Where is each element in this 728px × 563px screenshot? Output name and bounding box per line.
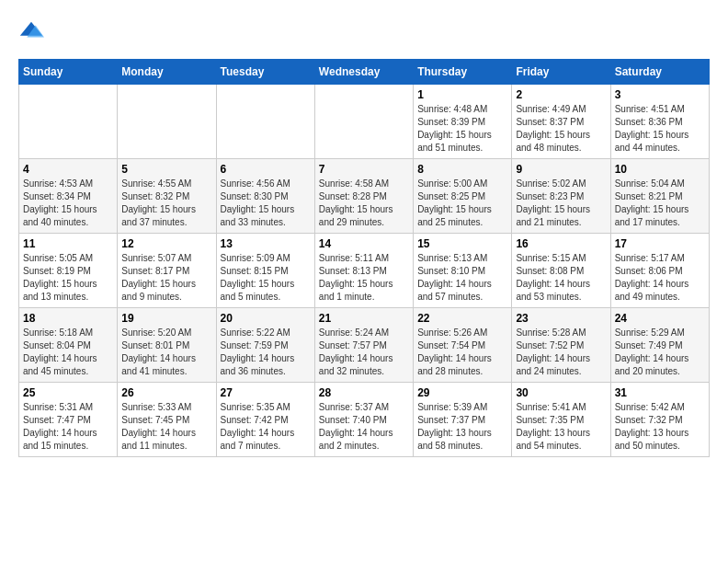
day-number: 31 <box>615 386 705 399</box>
day-number: 24 <box>615 312 705 325</box>
calendar-cell: 28Sunrise: 5:37 AMSunset: 7:40 PMDayligh… <box>314 383 413 457</box>
calendar-cell: 21Sunrise: 5:24 AMSunset: 7:57 PMDayligh… <box>314 308 413 383</box>
calendar-cell: 13Sunrise: 5:09 AMSunset: 8:15 PMDayligh… <box>216 234 314 308</box>
calendar-cell: 29Sunrise: 5:39 AMSunset: 7:37 PMDayligh… <box>414 383 512 457</box>
calendar-cell: 7Sunrise: 4:58 AMSunset: 8:28 PMDaylight… <box>314 159 413 234</box>
calendar-cell: 3Sunrise: 4:51 AMSunset: 8:36 PMDaylight… <box>610 85 709 159</box>
day-info: Sunrise: 4:48 AMSunset: 8:39 PMDaylight:… <box>417 103 507 155</box>
day-number: 30 <box>516 386 606 399</box>
day-info: Sunrise: 5:42 AMSunset: 7:32 PMDaylight:… <box>615 401 705 453</box>
day-number: 23 <box>516 312 606 325</box>
calendar-cell: 5Sunrise: 4:55 AMSunset: 8:32 PMDaylight… <box>118 159 216 234</box>
calendar-cell: 20Sunrise: 5:22 AMSunset: 7:59 PMDayligh… <box>216 308 314 383</box>
calendar-cell: 25Sunrise: 5:31 AMSunset: 7:47 PMDayligh… <box>19 383 118 457</box>
day-number: 18 <box>23 312 113 325</box>
day-number: 10 <box>615 163 705 176</box>
weekday-header: Tuesday <box>216 60 314 85</box>
calendar-cell: 17Sunrise: 5:17 AMSunset: 8:06 PMDayligh… <box>610 234 709 308</box>
calendar-cell: 8Sunrise: 5:00 AMSunset: 8:25 PMDaylight… <box>414 159 512 234</box>
day-info: Sunrise: 5:20 AMSunset: 8:01 PMDaylight:… <box>121 327 211 378</box>
day-number: 4 <box>23 163 113 176</box>
calendar-cell: 4Sunrise: 4:53 AMSunset: 8:34 PMDaylight… <box>19 159 118 234</box>
day-info: Sunrise: 5:41 AMSunset: 7:35 PMDaylight:… <box>516 401 606 453</box>
day-number: 29 <box>417 386 507 399</box>
day-number: 17 <box>615 237 705 250</box>
calendar-cell: 12Sunrise: 5:07 AMSunset: 8:17 PMDayligh… <box>118 234 216 308</box>
day-number: 1 <box>417 88 507 101</box>
calendar-cell: 10Sunrise: 5:04 AMSunset: 8:21 PMDayligh… <box>610 159 709 234</box>
calendar-week-row: 1Sunrise: 4:48 AMSunset: 8:39 PMDaylight… <box>19 85 710 159</box>
weekday-header: Wednesday <box>314 60 413 85</box>
calendar-cell: 18Sunrise: 5:18 AMSunset: 8:04 PMDayligh… <box>19 308 118 383</box>
day-info: Sunrise: 5:11 AMSunset: 8:13 PMDaylight:… <box>319 252 409 304</box>
day-info: Sunrise: 5:09 AMSunset: 8:15 PMDaylight:… <box>221 252 311 304</box>
day-number: 2 <box>516 88 606 101</box>
day-number: 16 <box>516 237 606 250</box>
day-info: Sunrise: 5:15 AMSunset: 8:08 PMDaylight:… <box>516 252 606 304</box>
weekday-header: Friday <box>512 60 610 85</box>
day-number: 13 <box>221 237 311 250</box>
day-number: 3 <box>615 88 705 101</box>
day-info: Sunrise: 5:18 AMSunset: 8:04 PMDaylight:… <box>23 327 113 378</box>
day-info: Sunrise: 5:24 AMSunset: 7:57 PMDaylight:… <box>319 327 409 378</box>
day-info: Sunrise: 4:58 AMSunset: 8:28 PMDaylight:… <box>319 178 409 229</box>
day-info: Sunrise: 5:28 AMSunset: 7:52 PMDaylight:… <box>516 327 606 378</box>
weekday-header: Monday <box>118 60 216 85</box>
calendar-week-row: 11Sunrise: 5:05 AMSunset: 8:19 PMDayligh… <box>19 234 710 308</box>
calendar-cell: 16Sunrise: 5:15 AMSunset: 8:08 PMDayligh… <box>512 234 610 308</box>
day-info: Sunrise: 5:26 AMSunset: 7:54 PMDaylight:… <box>417 327 507 378</box>
day-number: 20 <box>221 312 311 325</box>
day-info: Sunrise: 4:51 AMSunset: 8:36 PMDaylight:… <box>615 103 705 155</box>
calendar-body: 1Sunrise: 4:48 AMSunset: 8:39 PMDaylight… <box>19 85 710 457</box>
day-number: 28 <box>319 386 409 399</box>
day-number: 15 <box>417 237 507 250</box>
day-info: Sunrise: 4:55 AMSunset: 8:32 PMDaylight:… <box>121 178 211 229</box>
day-number: 26 <box>121 386 211 399</box>
day-info: Sunrise: 5:13 AMSunset: 8:10 PMDaylight:… <box>417 252 507 304</box>
calendar-cell: 6Sunrise: 4:56 AMSunset: 8:30 PMDaylight… <box>216 159 314 234</box>
calendar-week-row: 4Sunrise: 4:53 AMSunset: 8:34 PMDaylight… <box>19 159 710 234</box>
calendar-cell <box>314 85 413 159</box>
calendar-cell <box>19 85 118 159</box>
day-info: Sunrise: 5:29 AMSunset: 7:49 PMDaylight:… <box>615 327 705 378</box>
day-info: Sunrise: 5:00 AMSunset: 8:25 PMDaylight:… <box>417 178 507 229</box>
calendar-week-row: 25Sunrise: 5:31 AMSunset: 7:47 PMDayligh… <box>19 383 710 457</box>
day-info: Sunrise: 5:31 AMSunset: 7:47 PMDaylight:… <box>23 401 113 453</box>
weekday-header: Saturday <box>610 60 709 85</box>
calendar-cell: 14Sunrise: 5:11 AMSunset: 8:13 PMDayligh… <box>314 234 413 308</box>
calendar-header: SundayMondayTuesdayWednesdayThursdayFrid… <box>19 60 710 85</box>
day-number: 7 <box>319 163 409 176</box>
day-info: Sunrise: 5:05 AMSunset: 8:19 PMDaylight:… <box>23 252 113 304</box>
calendar-cell: 11Sunrise: 5:05 AMSunset: 8:19 PMDayligh… <box>19 234 118 308</box>
calendar-cell: 31Sunrise: 5:42 AMSunset: 7:32 PMDayligh… <box>610 383 709 457</box>
calendar-table: SundayMondayTuesdayWednesdayThursdayFrid… <box>18 59 710 457</box>
day-number: 8 <box>417 163 507 176</box>
calendar-week-row: 18Sunrise: 5:18 AMSunset: 8:04 PMDayligh… <box>19 308 710 383</box>
day-number: 6 <box>221 163 311 176</box>
calendar-cell: 27Sunrise: 5:35 AMSunset: 7:42 PMDayligh… <box>216 383 314 457</box>
weekday-header: Thursday <box>414 60 512 85</box>
weekday-row: SundayMondayTuesdayWednesdayThursdayFrid… <box>19 60 710 85</box>
day-info: Sunrise: 4:53 AMSunset: 8:34 PMDaylight:… <box>23 178 113 229</box>
day-number: 25 <box>23 386 113 399</box>
day-number: 5 <box>121 163 211 176</box>
calendar-cell <box>118 85 216 159</box>
calendar-cell <box>216 85 314 159</box>
day-info: Sunrise: 5:07 AMSunset: 8:17 PMDaylight:… <box>121 252 211 304</box>
day-number: 14 <box>319 237 409 250</box>
page-header <box>18 18 710 44</box>
day-info: Sunrise: 4:56 AMSunset: 8:30 PMDaylight:… <box>221 178 311 229</box>
calendar-cell: 19Sunrise: 5:20 AMSunset: 8:01 PMDayligh… <box>118 308 216 383</box>
day-info: Sunrise: 5:39 AMSunset: 7:37 PMDaylight:… <box>417 401 507 453</box>
day-number: 12 <box>121 237 211 250</box>
day-info: Sunrise: 5:35 AMSunset: 7:42 PMDaylight:… <box>221 401 311 453</box>
calendar-cell: 24Sunrise: 5:29 AMSunset: 7:49 PMDayligh… <box>610 308 709 383</box>
weekday-header: Sunday <box>19 60 118 85</box>
day-info: Sunrise: 5:33 AMSunset: 7:45 PMDaylight:… <box>121 401 211 453</box>
logo-icon <box>18 18 44 44</box>
day-info: Sunrise: 5:22 AMSunset: 7:59 PMDaylight:… <box>221 327 311 378</box>
calendar-cell: 26Sunrise: 5:33 AMSunset: 7:45 PMDayligh… <box>118 383 216 457</box>
calendar-cell: 1Sunrise: 4:48 AMSunset: 8:39 PMDaylight… <box>414 85 512 159</box>
day-info: Sunrise: 5:02 AMSunset: 8:23 PMDaylight:… <box>516 178 606 229</box>
calendar-cell: 2Sunrise: 4:49 AMSunset: 8:37 PMDaylight… <box>512 85 610 159</box>
